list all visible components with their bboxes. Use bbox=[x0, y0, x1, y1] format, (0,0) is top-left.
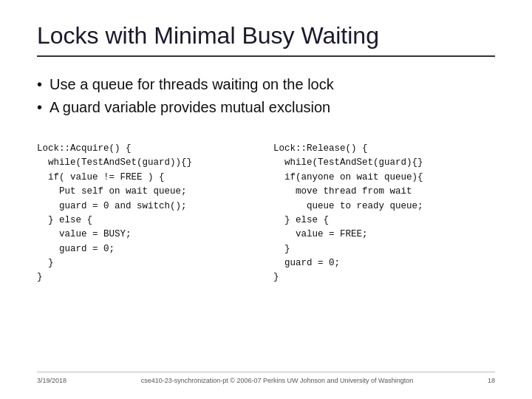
bullet-dot-2: • bbox=[37, 99, 42, 116]
slide: Locks with Minimal Busy Waiting • Use a … bbox=[0, 0, 532, 399]
slide-footer: 3/19/2018 cse410-23-synchronization-pt ©… bbox=[37, 372, 495, 384]
footer-page-number: 18 bbox=[488, 377, 495, 384]
code-block-left: Lock::Acquire() { while(TestAndSet(guard… bbox=[37, 142, 259, 363]
bullet-text-1: Use a queue for threads waiting on the l… bbox=[50, 76, 334, 93]
code-block-right: Lock::Release() { while(TestAndSet(guard… bbox=[273, 142, 495, 363]
code-section: Lock::Acquire() { while(TestAndSet(guard… bbox=[37, 142, 495, 363]
bullet-item-1: • Use a queue for threads waiting on the… bbox=[37, 76, 495, 93]
bullet-text-2: A guard variable provides mutual exclusi… bbox=[50, 99, 330, 116]
footer-copyright: cse410-23-synchronization-pt © 2006-07 P… bbox=[141, 377, 413, 384]
bullet-item-2: • A guard variable provides mutual exclu… bbox=[37, 99, 495, 116]
footer-date: 3/19/2018 bbox=[37, 377, 66, 384]
bullet-dot-1: • bbox=[37, 76, 42, 93]
slide-title: Locks with Minimal Busy Waiting bbox=[37, 22, 495, 57]
bullet-list: • Use a queue for threads waiting on the… bbox=[37, 76, 495, 122]
